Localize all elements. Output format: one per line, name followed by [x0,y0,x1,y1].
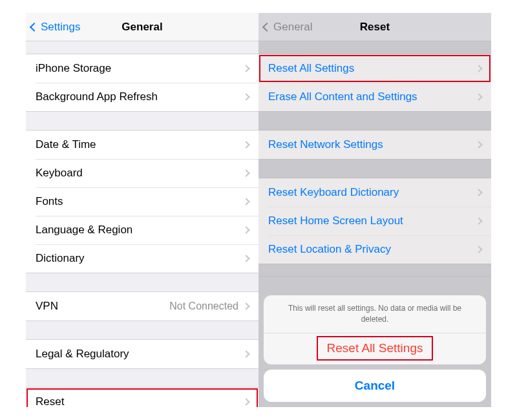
action-sheet-card: This will reset all settings. No data or… [264,295,486,364]
cell-label: Dictionary [36,252,244,265]
cell-label: Reset All Settings [268,62,476,75]
cell-reset-home-screen-layout[interactable]: Reset Home Screen Layout [258,207,491,235]
page-title: General [121,21,162,34]
chevron-right-icon [242,141,249,148]
phone-reset-settings: General Reset Reset All SettingsErase Al… [258,13,491,407]
cell-erase-all-content-and-settings[interactable]: Erase All Content and Settings [258,83,491,111]
chevron-left-icon [30,23,39,32]
action-sheet: This will reset all settings. No data or… [264,295,486,402]
nav-bar: General Reset [258,13,491,41]
chevron-right-icon [475,217,482,224]
section-gap [258,41,491,54]
cell-reset-location-privacy[interactable]: Reset Location & Privacy [258,235,491,264]
settings-list: iPhone StorageBackground App RefreshDate… [26,41,258,407]
chevron-right-icon [242,169,249,176]
chevron-right-icon [475,65,482,72]
cell-reset-all-settings[interactable]: Reset All Settings [258,54,491,83]
cell-date-time[interactable]: Date & Time [26,131,258,159]
section-gap [26,320,258,340]
cell-reset-network-settings[interactable]: Reset Network Settings [258,131,491,159]
action-sheet-row: Reset All Settings [264,333,486,364]
back-label: General [273,21,312,34]
section-gap [26,368,258,388]
back-label: Settings [41,21,80,34]
chevron-right-icon [242,198,249,205]
phone-general-settings: Settings General iPhone StorageBackgroun… [26,13,258,407]
cell-keyboard[interactable]: Keyboard [26,159,258,187]
page-title: Reset [360,21,390,34]
cell-label: VPN [36,300,169,313]
chevron-right-icon [242,65,249,72]
chevron-right-icon [475,141,482,148]
cell-legal-regulatory[interactable]: Legal & Regulatory [26,340,258,368]
cell-label: Reset Network Settings [268,138,476,151]
nav-bar: Settings General [26,13,258,41]
section-gap [26,111,258,131]
action-sheet-message: This will reset all settings. No data or… [264,295,486,333]
cell-label: Reset Home Screen Layout [268,215,476,227]
chevron-right-icon [242,350,249,357]
section-gap [26,41,258,54]
chevron-right-icon [242,302,249,310]
cell-label: iPhone Storage [36,62,244,75]
section-gap [258,111,491,131]
section-gap [26,273,258,292]
cell-label: Reset Keyboard Dictionary [268,186,476,199]
cell-label: Legal & Regulatory [36,348,244,361]
cell-label: Fonts [36,195,244,208]
cell-label: Language & Region [36,224,244,236]
cell-detail: Not Connected [169,300,238,312]
cell-label: Reset [36,395,244,407]
cell-label: Keyboard [36,167,244,180]
section-gap [258,264,491,277]
cell-background-app-refresh[interactable]: Background App Refresh [26,83,258,111]
cell-iphone-storage[interactable]: iPhone Storage [26,54,258,83]
cell-label: Date & Time [36,138,244,151]
cell-reset[interactable]: Reset [26,388,258,407]
chevron-right-icon [475,189,482,196]
chevron-left-icon [262,23,271,32]
cell-label: Erase All Content and Settings [268,90,476,103]
chevron-right-icon [242,398,249,405]
chevron-right-icon [242,255,249,262]
cell-reset-keyboard-dictionary[interactable]: Reset Keyboard Dictionary [258,178,491,207]
chevron-right-icon [475,246,482,253]
cell-dictionary[interactable]: Dictionary [26,244,258,273]
section-gap [258,159,491,178]
cell-label: Background App Refresh [36,90,244,103]
cancel-button[interactable]: Cancel [264,370,486,402]
chevron-right-icon [475,93,482,100]
chevron-right-icon [242,93,249,100]
cell-language-region[interactable]: Language & Region [26,216,258,244]
back-button[interactable]: Settings [31,13,80,41]
reset-all-settings-confirm-button[interactable]: Reset All Settings [318,337,432,359]
back-button[interactable]: General [264,13,312,41]
cell-fonts[interactable]: Fonts [26,187,258,216]
cell-vpn[interactable]: VPNNot Connected [26,292,258,320]
chevron-right-icon [242,226,249,233]
cell-label: Reset Location & Privacy [268,243,476,256]
two-phone-frame: Settings General iPhone StorageBackgroun… [26,13,491,407]
